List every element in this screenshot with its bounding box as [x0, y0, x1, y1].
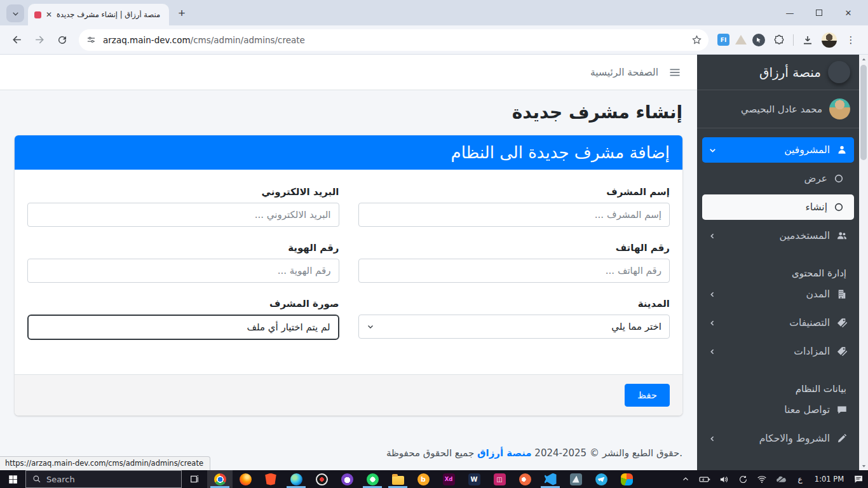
window-close-button[interactable]: ✕	[834, 0, 863, 25]
app-navbar: الصفحة الرئيسية	[0, 55, 697, 90]
page-footer: حقوق الطبع والنشر © 2025-2024 منصة أرزاق…	[15, 416, 682, 463]
browser-tab-strip: ✕ منصة أرزاق | إنشاء مشرف جديدة + — ✕	[0, 0, 868, 25]
screen: ✕ منصة أرزاق | إنشاء مشرف جديدة + — ✕ ar…	[0, 0, 868, 488]
supervisor-name-input[interactable]	[358, 203, 670, 227]
wifi-icon[interactable]	[752, 470, 771, 488]
battery-icon[interactable]	[695, 470, 714, 488]
taskbar-firefox[interactable]	[233, 470, 258, 488]
action-center-icon[interactable]	[849, 470, 868, 488]
maximize-icon	[816, 10, 822, 16]
scroll-up-icon[interactable]	[859, 55, 868, 64]
taskbar-shark-app[interactable]	[563, 470, 588, 488]
taskbar-copilot[interactable]	[614, 470, 639, 488]
site-info-icon[interactable]	[83, 32, 99, 48]
brand-logo-icon	[828, 61, 850, 83]
sidebar-item-terms[interactable]: الشروط والاحكام	[702, 426, 854, 451]
taskbar-search[interactable]	[25, 470, 182, 488]
city-select[interactable]: اختر مما يلي	[358, 315, 670, 339]
browser-profile-avatar[interactable]	[822, 32, 837, 48]
page-title: إنشاء مشرف جديدة	[15, 102, 682, 123]
phone-input[interactable]	[358, 259, 670, 283]
sync-icon[interactable]	[733, 470, 752, 488]
triangle-extension-icon[interactable]	[735, 35, 747, 44]
reload-icon	[57, 34, 68, 46]
footer-brand-link[interactable]: منصة أرزاق	[477, 447, 531, 459]
sidebar-item-users[interactable]: المستخدمين	[702, 223, 854, 248]
browser-menu-icon[interactable]: ⋮	[843, 32, 859, 48]
id-number-input[interactable]	[27, 259, 339, 283]
fi-extension-icon[interactable]: FI	[717, 34, 729, 46]
taskbar-whatsapp[interactable]	[360, 470, 385, 488]
clock[interactable]: 1:01 PM	[810, 470, 849, 488]
sidebar-item-contact[interactable]: تواصل معنا	[702, 397, 854, 423]
task-view-button[interactable]	[182, 470, 207, 488]
url-bar[interactable]: arzaq.main-dev.com/cms/admin/admins/crea…	[79, 29, 709, 51]
browser-tab[interactable]: ✕ منصة أرزاق | إنشاء مشرف جديدة	[28, 4, 169, 25]
copilot-icon	[621, 473, 633, 485]
back-arrow-icon	[11, 34, 23, 46]
taskbar-edge[interactable]	[283, 470, 309, 488]
sidebar-item-label: الشروط والاحكام	[759, 433, 830, 444]
sidebar-item-label: إنشاء	[806, 201, 827, 213]
window-maximize-button[interactable]	[804, 0, 834, 25]
chevron-down-icon	[11, 10, 20, 18]
browser-toolbar: arzaq.main-dev.com/cms/admin/admins/crea…	[0, 25, 868, 55]
forward-arrow-icon	[34, 34, 46, 46]
extensions-puzzle-icon[interactable]	[771, 32, 787, 48]
taskbar-github[interactable]	[334, 470, 360, 488]
new-tab-button[interactable]: +	[173, 4, 191, 22]
supervisor-image-file-input[interactable]: لم يتم اختيار أي ملف	[27, 315, 339, 340]
chevron-down-icon	[709, 146, 717, 154]
taskbar-w-app[interactable]: W	[461, 470, 487, 488]
save-button[interactable]: حفظ	[625, 384, 670, 407]
taskbar-chrome[interactable]	[207, 470, 233, 488]
taskbar-telegram[interactable]	[588, 470, 614, 488]
sidebar-item-view[interactable]: عرض	[702, 166, 854, 191]
taskbar-vscode[interactable]	[538, 470, 563, 488]
hamburger-menu-icon[interactable]	[668, 66, 681, 79]
onedrive-cloud-icon[interactable]	[771, 470, 790, 488]
sidebar-user-panel[interactable]: محمد عادل البحيصي	[697, 90, 859, 128]
tab-close-icon[interactable]: ✕	[46, 11, 52, 18]
supervisor-form: إسم المشرف البريد الالكتروني رقم الهاتف	[27, 186, 670, 355]
taskbar-recorder[interactable]	[309, 470, 334, 488]
downloads-icon[interactable]	[799, 32, 816, 48]
chevron-left-icon	[709, 319, 717, 327]
scrollbar-thumb[interactable]	[860, 65, 867, 160]
email-input[interactable]	[27, 203, 339, 227]
system-tray: ع 1:01 PM	[676, 470, 868, 488]
sidebar-item-cities[interactable]: المدن	[702, 281, 854, 307]
taskbar-c-app[interactable]	[512, 470, 538, 488]
chevron-left-icon	[709, 348, 717, 356]
bookmark-star-icon[interactable]	[688, 32, 705, 48]
shark-app-icon	[570, 473, 582, 485]
page-scrollbar[interactable]	[859, 55, 868, 470]
volume-icon[interactable]	[714, 470, 733, 488]
taskbar-b-app[interactable]: b	[410, 470, 436, 488]
file-explorer-icon	[392, 476, 404, 485]
scroll-down-icon[interactable]	[859, 461, 868, 470]
forward-button[interactable]	[29, 30, 50, 50]
cursor-extension-icon[interactable]	[752, 34, 765, 46]
taskbar-file-explorer[interactable]	[385, 470, 410, 488]
sidebar-item-categories[interactable]: التصنيفات	[702, 310, 854, 336]
back-button[interactable]	[6, 30, 27, 50]
reload-button[interactable]	[52, 30, 72, 50]
window-minimize-button[interactable]: —	[775, 0, 804, 25]
sidebar-brand[interactable]: منصة أرزاق	[697, 55, 859, 90]
sidebar-item-supervisors[interactable]: المشروفين	[702, 137, 854, 163]
start-button[interactable]	[0, 470, 25, 488]
taskbar-brave[interactable]	[258, 470, 283, 488]
sidebar-item-auctions[interactable]: المزادات	[702, 339, 854, 364]
taskbar-adobe-xd[interactable]: Xd	[436, 470, 461, 488]
chrome-icon	[214, 473, 226, 485]
sidebar-item-create[interactable]: إنشاء	[702, 194, 854, 220]
language-indicator[interactable]: ع	[790, 470, 810, 488]
sidebar-item-label: عرض	[804, 173, 827, 184]
taskbar-pink-app[interactable]: ◫	[487, 470, 512, 488]
tab-search-button[interactable]	[6, 4, 24, 22]
taskbar-search-input[interactable]	[46, 475, 154, 484]
windows-logo-icon	[8, 475, 18, 484]
tray-expand-icon[interactable]	[676, 470, 695, 488]
home-link[interactable]: الصفحة الرئيسية	[590, 67, 658, 78]
